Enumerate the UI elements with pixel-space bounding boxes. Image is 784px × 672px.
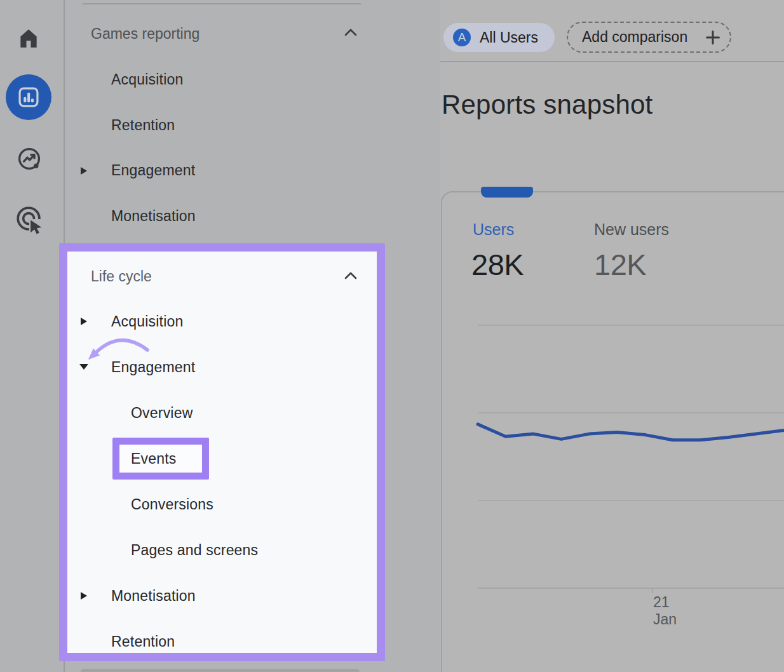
section-header-life-cycle: Life cycle	[91, 267, 152, 286]
drawer-top-divider	[83, 3, 361, 4]
sidebar-item-retention[interactable]: Retention	[111, 116, 175, 135]
advertising-nav-button[interactable]	[15, 205, 44, 234]
header-divider	[440, 61, 784, 62]
expand-triangle-icon[interactable]	[81, 318, 87, 325]
ads-target-icon	[15, 205, 44, 234]
sidebar-item-monetisation[interactable]: Monetisation	[111, 206, 196, 225]
metric-tab-users[interactable]: Users	[473, 220, 514, 239]
ga4-reports-screen: Games reporting Acquisition Retention En…	[0, 0, 784, 672]
sidebar-item-retention[interactable]: Retention	[111, 632, 175, 651]
x-axis-tick-label: 21 Jan	[653, 594, 677, 628]
home-icon	[15, 24, 43, 51]
add-comparison-label: Add comparison	[582, 29, 687, 46]
collapse-chevron-up-icon[interactable]	[344, 27, 358, 37]
reports-nav-button-active[interactable]	[6, 74, 51, 120]
expand-triangle-icon[interactable]	[81, 167, 87, 175]
metric-tab-new-users[interactable]: New users	[594, 220, 669, 239]
sidebar-item-conversions[interactable]: Conversions	[131, 495, 213, 514]
sidebar-item-engagement[interactable]: Engagement	[111, 161, 195, 180]
add-comparison-button[interactable]: Add comparison	[567, 22, 731, 53]
sidebar-item-acquisition[interactable]: Acquisition	[111, 70, 183, 89]
bar-chart-icon	[17, 85, 41, 109]
next-section-top-edge	[81, 669, 360, 672]
audience-chip-label: All Users	[480, 23, 538, 52]
tick-month: Jan	[653, 611, 677, 628]
explore-nav-button[interactable]	[16, 145, 43, 172]
collapse-chevron-up-icon[interactable]	[344, 271, 358, 281]
tick-day: 21	[653, 594, 677, 611]
avatar-letter: A	[458, 30, 466, 44]
plus-icon	[704, 29, 722, 46]
metric-value-users: 28K	[471, 247, 524, 282]
sidebar-item-pages-and-screens[interactable]: Pages and screens	[131, 541, 258, 560]
collapse-triangle-icon[interactable]	[79, 364, 88, 370]
active-metric-tab-indicator	[481, 187, 533, 198]
explore-icon	[16, 145, 43, 172]
sidebar-item-overview[interactable]: Overview	[131, 403, 193, 422]
life-cycle-highlight-panel: Life cycle Acquisition Engagement Overvi…	[59, 243, 385, 661]
home-nav-button[interactable]	[15, 24, 43, 51]
expand-triangle-icon[interactable]	[81, 592, 87, 600]
metric-value-new-users: 12K	[594, 247, 646, 282]
sidebar-item-events[interactable]: Events	[131, 449, 177, 468]
avatar: A	[453, 29, 471, 46]
section-label: Games reporting	[91, 25, 199, 43]
sidebar-item-engagement-expanded[interactable]: Engagement	[111, 358, 195, 377]
page-title: Reports snapshot	[442, 90, 652, 120]
section-header-games-reporting: Games reporting	[91, 24, 199, 43]
sidebar-item-monetisation[interactable]: Monetisation	[111, 586, 196, 605]
